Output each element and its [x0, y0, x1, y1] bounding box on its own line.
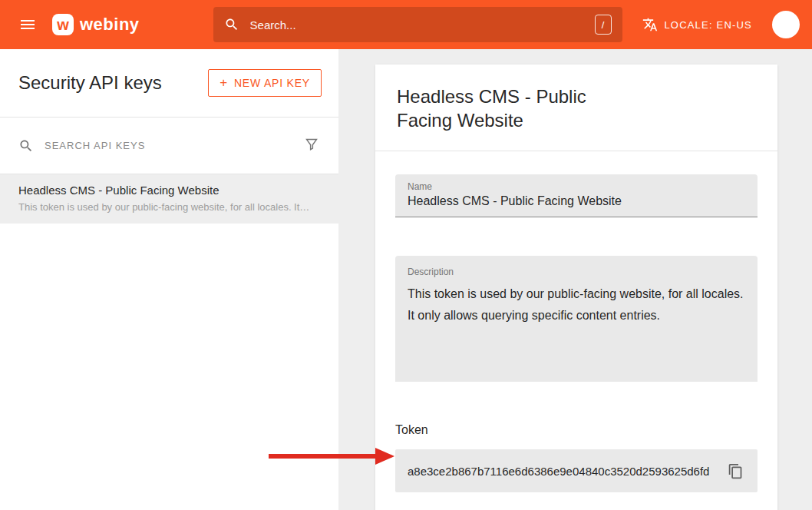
- locale-label: LOCALE: EN-US: [664, 19, 752, 31]
- webiny-logo[interactable]: w webiny: [52, 14, 140, 35]
- token-label: Token: [395, 423, 758, 437]
- search-icon: [18, 138, 34, 154]
- card-header: Headless CMS - Public Facing Website: [375, 65, 777, 151]
- filter-icon[interactable]: [303, 136, 320, 156]
- app-root: w webiny / LOCALE: EN-US Security API ke…: [0, 0, 812, 510]
- new-api-key-button[interactable]: + NEW API KEY: [208, 69, 322, 97]
- detail-panel: Headless CMS - Public Facing Website Nam…: [338, 49, 812, 510]
- global-search-input[interactable]: [250, 18, 595, 31]
- description-field[interactable]: Description This token is used by our pu…: [395, 256, 758, 382]
- api-keys-sidebar: Security API keys + NEW API KEY Headless…: [0, 49, 338, 510]
- new-api-key-label: NEW API KEY: [234, 77, 310, 89]
- api-keys-search-input[interactable]: [45, 140, 303, 151]
- list-item-title: Headless CMS - Public Facing Website: [18, 184, 320, 197]
- user-avatar[interactable]: [772, 11, 800, 38]
- keyboard-shortcut-badge: /: [595, 15, 612, 35]
- api-key-detail-card: Headless CMS - Public Facing Website Nam…: [375, 65, 777, 510]
- sidebar-header: Security API keys + NEW API KEY: [0, 49, 338, 117]
- name-field: Name: [395, 174, 758, 217]
- list-item-description: This token is used by our public-facing …: [18, 201, 320, 213]
- description-field-label: Description: [408, 267, 745, 277]
- token-box: a8e3ce2b867b7116e6d6386e9e04840c3520d259…: [395, 449, 758, 492]
- card-title: Headless CMS - Public Facing Website: [397, 84, 627, 132]
- name-input[interactable]: [408, 194, 745, 208]
- page-title: Security API keys: [18, 72, 162, 94]
- api-keys-search-row: [0, 118, 338, 174]
- card-body: Name Description This token is used by o…: [375, 151, 777, 510]
- translate-icon: [642, 17, 658, 32]
- global-search-bar[interactable]: /: [213, 7, 622, 42]
- top-bar: w webiny / LOCALE: EN-US: [0, 0, 812, 49]
- logo-badge-icon: w: [52, 14, 74, 35]
- content-area: Security API keys + NEW API KEY Headless…: [0, 49, 812, 510]
- logo-text: webiny: [80, 15, 140, 35]
- copy-icon: [728, 463, 744, 479]
- name-field-label: Name: [408, 181, 745, 192]
- plus-icon: +: [220, 78, 228, 88]
- list-item[interactable]: Headless CMS - Public Facing Website Thi…: [0, 174, 338, 224]
- copy-token-button[interactable]: [725, 460, 747, 482]
- hamburger-menu-icon[interactable]: [18, 15, 37, 34]
- locale-selector[interactable]: LOCALE: EN-US: [642, 17, 752, 32]
- token-value: a8e3ce2b867b7116e6d6386e9e04840c3520d259…: [408, 465, 709, 478]
- description-text: This token is used by our public-facing …: [408, 283, 745, 326]
- search-icon: [224, 17, 239, 32]
